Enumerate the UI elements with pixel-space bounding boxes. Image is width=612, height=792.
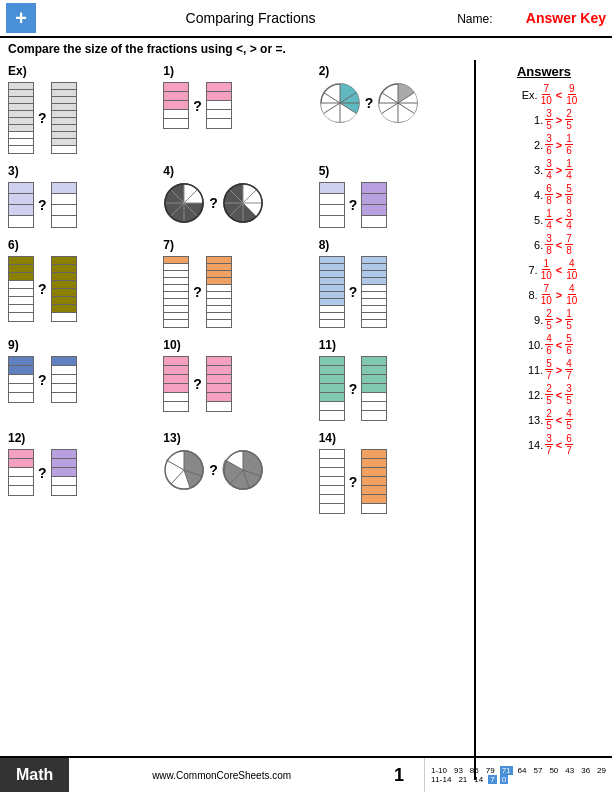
answer-left-frac: 2 5 bbox=[545, 308, 553, 331]
answer-op: < bbox=[556, 264, 562, 276]
answer-right-frac: 4 10 bbox=[565, 258, 578, 281]
problem-6: 6) ? bbox=[8, 238, 155, 322]
answer-row: 6. 3 8 < 7 8 bbox=[480, 233, 608, 256]
answer-op: > bbox=[556, 314, 562, 326]
answer-op: > bbox=[556, 164, 562, 176]
answer-right-frac: 7 8 bbox=[565, 233, 573, 256]
circle-13-right bbox=[222, 449, 264, 491]
answer-left-frac: 2 5 bbox=[545, 383, 553, 406]
answer-right-frac: 1 6 bbox=[565, 133, 573, 156]
answer-left-frac: 5 7 bbox=[545, 358, 553, 381]
answer-right-frac: 1 5 bbox=[565, 308, 573, 331]
answer-label: 8. bbox=[510, 289, 538, 301]
logo: + bbox=[6, 3, 36, 33]
bar-5-left bbox=[319, 182, 345, 228]
circle-4-right bbox=[222, 182, 264, 224]
bar-8-left bbox=[319, 256, 345, 328]
answer-op: < bbox=[556, 239, 562, 251]
answer-left-frac: 2 5 bbox=[545, 408, 553, 431]
answer-label: 5. bbox=[515, 214, 543, 226]
bar-12-right bbox=[51, 449, 77, 496]
bar-ex-left bbox=[8, 82, 34, 154]
answer-label: 7. bbox=[510, 264, 538, 276]
answer-label: 3. bbox=[515, 164, 543, 176]
bar-14-left bbox=[319, 449, 345, 514]
bar-10-right bbox=[206, 356, 232, 412]
circle-2-left bbox=[319, 82, 361, 124]
circle-2-right bbox=[377, 82, 419, 124]
answer-right-frac: 3 4 bbox=[565, 208, 573, 231]
answer-right-frac: 2 5 bbox=[565, 108, 573, 131]
answer-left-frac: 6 8 bbox=[545, 183, 553, 206]
page: + Comparing Fractions Name: Answer Key C… bbox=[0, 0, 612, 792]
answer-left-frac: 3 5 bbox=[545, 108, 553, 131]
answer-op: < bbox=[556, 389, 562, 401]
answer-op: > bbox=[556, 364, 562, 376]
answer-panel: Answers Ex. 7 10 < 9 10 1. 3 5 > 2 5 bbox=[474, 60, 612, 780]
score-row-2: 11-14 21 14 7 0 bbox=[429, 775, 608, 784]
bar-9-left bbox=[8, 356, 34, 403]
answer-row: 9. 2 5 > 1 5 bbox=[480, 308, 608, 331]
answer-row: 14. 3 7 < 6 7 bbox=[480, 433, 608, 456]
problem-4: 4) bbox=[163, 164, 310, 224]
problem-8: 8) bbox=[319, 238, 466, 328]
circle-13-left bbox=[163, 449, 205, 491]
answer-label: 1. bbox=[515, 114, 543, 126]
problem-14: 14) ? bbox=[319, 431, 466, 514]
answer-op: < bbox=[556, 214, 562, 226]
answer-left-frac: 7 10 bbox=[540, 83, 553, 106]
problem-1: 1) ? bbox=[163, 64, 310, 129]
answer-label: Ex. bbox=[510, 89, 538, 101]
answer-row: 1. 3 5 > 2 5 bbox=[480, 108, 608, 131]
answer-left-frac: 3 4 bbox=[545, 158, 553, 181]
bar-9-right bbox=[51, 356, 77, 403]
answer-label: 11. bbox=[515, 364, 543, 376]
answer-right-frac: 9 10 bbox=[565, 83, 578, 106]
answers-title: Answers bbox=[480, 64, 608, 79]
bar-5-right bbox=[361, 182, 387, 228]
problem-12: 12) ? bbox=[8, 431, 155, 496]
answer-row: 13. 2 5 < 4 5 bbox=[480, 408, 608, 431]
answer-label: 9. bbox=[515, 314, 543, 326]
answer-row: 5. 1 4 < 3 4 bbox=[480, 208, 608, 231]
problem-9: 9) ? bbox=[8, 338, 155, 403]
footer-page-num: 1 bbox=[374, 758, 424, 792]
answer-label: 13. bbox=[515, 414, 543, 426]
content-area: Ex) bbox=[0, 60, 612, 780]
answer-right-frac: 4 5 bbox=[565, 408, 573, 431]
bar-7-left bbox=[163, 256, 189, 328]
answer-op: > bbox=[556, 114, 562, 126]
footer-scores: 1-10 93 86 79 71 64 57 50 43 36 29 11-14… bbox=[424, 758, 612, 792]
footer-url: www.CommonCoreSheets.com bbox=[69, 758, 374, 792]
answer-right-frac: 3 5 bbox=[565, 383, 573, 406]
problem-11: 11) ? bbox=[319, 338, 466, 421]
answer-op: < bbox=[556, 89, 562, 101]
answer-row: 12. 2 5 < 3 5 bbox=[480, 383, 608, 406]
bar-3-left bbox=[8, 182, 34, 228]
answer-key-label: Answer Key bbox=[526, 10, 606, 26]
header: + Comparing Fractions Name: Answer Key bbox=[0, 0, 612, 38]
problem-3: 3) ? bbox=[8, 164, 155, 228]
bar-3-right bbox=[51, 182, 77, 228]
problem-5: 5) ? bbox=[319, 164, 466, 228]
answer-left-frac: 1 10 bbox=[540, 258, 553, 281]
answer-right-frac: 4 10 bbox=[565, 283, 578, 306]
answer-label: 6. bbox=[515, 239, 543, 251]
answer-op: > bbox=[556, 139, 562, 151]
answer-op: < bbox=[556, 439, 562, 451]
answer-row: 11. 5 7 > 4 7 bbox=[480, 358, 608, 381]
bar-11-right bbox=[361, 356, 387, 421]
answer-op: < bbox=[556, 339, 562, 351]
bar-7-right bbox=[206, 256, 232, 328]
answer-right-frac: 5 8 bbox=[565, 183, 573, 206]
answer-row: 10. 4 6 < 5 6 bbox=[480, 333, 608, 356]
answer-label: 14. bbox=[515, 439, 543, 451]
name-area: Name: Answer Key bbox=[457, 10, 606, 26]
answer-label: 4. bbox=[515, 189, 543, 201]
answer-right-frac: 4 7 bbox=[565, 358, 573, 381]
bar-1-left bbox=[163, 82, 189, 129]
answer-row: 3. 3 4 > 1 4 bbox=[480, 158, 608, 181]
footer-math-label: Math bbox=[0, 758, 69, 792]
answer-right-frac: 5 6 bbox=[565, 333, 573, 356]
bar-8-right bbox=[361, 256, 387, 328]
